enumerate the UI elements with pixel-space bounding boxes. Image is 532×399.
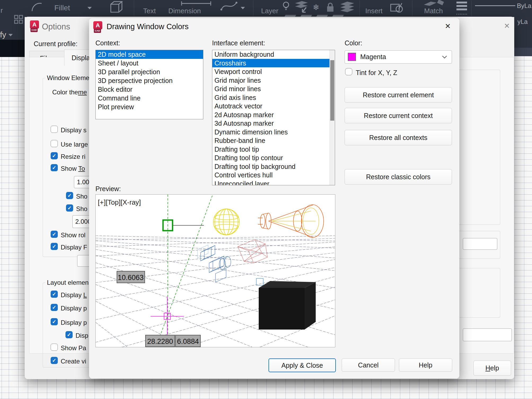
list-item[interactable]: 2D model space [96, 50, 203, 59]
ribbon-divider [359, 1, 360, 16]
panel-label-match[interactable]: Match [424, 7, 443, 15]
list-item[interactable]: Autotrack vector [212, 102, 330, 111]
modify-partial-label[interactable]: fy [0, 30, 6, 39]
checkbox-show-page-setup[interactable] [51, 344, 58, 351]
list-item[interactable]: Dynamic dimension lines [212, 128, 330, 137]
checkbox-display-paper-bg[interactable]: ✓ [51, 318, 58, 325]
list-item[interactable]: Crosshairs [212, 59, 330, 68]
layer-arrow-icon[interactable] [293, 1, 310, 14]
layers-icon[interactable] [339, 1, 356, 14]
ribbon-divider [134, 1, 134, 16]
checkbox-show-shortcut[interactable]: ✓ [66, 192, 73, 199]
preview-label: Preview: [95, 185, 121, 193]
interface-list-items: Uniform background Crosshairs Viewport c… [212, 50, 330, 185]
list-item[interactable]: 3D parallel projection [96, 68, 203, 76]
fillet-arc-icon[interactable] [31, 2, 43, 12]
hamburger-menu-icon[interactable] [456, 2, 468, 12]
list-item[interactable]: Sheet / layout [96, 59, 203, 68]
right-field-2[interactable] [463, 328, 512, 341]
panel-label-layer[interactable]: Layer [261, 7, 278, 15]
help-button[interactable]: Help [399, 358, 452, 372]
right-field-1[interactable] [463, 238, 497, 250]
restore-classic-colors-button[interactable]: Restore classic colors [345, 169, 452, 185]
window-elements-label: Window Eleme [45, 74, 91, 82]
match-properties-icon[interactable] [423, 0, 447, 7]
checkbox-use-large[interactable] [51, 140, 58, 147]
context-listbox[interactable]: 2D model space Sheet / layout 3D paralle… [95, 50, 203, 119]
ribbon-left-section: fy [0, 17, 25, 40]
checkbox-label: Sho [76, 205, 87, 213]
bulb-icon[interactable] [282, 1, 290, 13]
options-help-button[interactable]: Help [473, 361, 511, 376]
checkbox-display-file-tabs[interactable]: ✓ [51, 243, 58, 250]
list-item[interactable]: Block editor [96, 85, 203, 94]
checkbox-label: Display s [61, 126, 86, 134]
panel-label-insert[interactable]: Insert [365, 7, 382, 15]
list-item[interactable]: Grid major lines [212, 76, 330, 85]
list-item[interactable]: Command line [96, 94, 203, 103]
list-item[interactable]: Unreconciled layer [212, 179, 330, 185]
dimension-icon[interactable] [180, 1, 212, 6]
ribbon-dark-strip [0, 40, 25, 57]
lock-icon[interactable] [326, 2, 335, 13]
panel-label-dimension[interactable]: Dimension [168, 7, 201, 15]
spline-icon[interactable] [220, 1, 239, 11]
fillet-dropdown-icon[interactable] [87, 7, 92, 9]
restore-current-element-button[interactable]: Restore current element [345, 87, 452, 103]
box-3d-icon[interactable] [109, 1, 124, 14]
checkbox-label: Show rol [61, 231, 85, 239]
list-item[interactable]: 3D perspective projection [96, 76, 203, 85]
tint-checkbox[interactable] [345, 68, 352, 75]
checkbox-resize-ribbon[interactable]: ✓ [51, 152, 58, 159]
checkbox-label: Show To [61, 165, 85, 172]
interface-element-listbox[interactable]: Uniform background Crosshairs Viewport c… [212, 50, 335, 185]
checkbox-show-extended[interactable]: ✓ [66, 204, 73, 212]
cancel-button[interactable]: Cancel [342, 358, 395, 372]
panel-label-text[interactable]: Text [143, 7, 156, 15]
list-item[interactable]: Drafting tool tip background [212, 162, 330, 171]
preview-viewport: 10.6063 28.2280 6.0884 [+][Top][X-ray] [95, 194, 335, 347]
autocad-application: { "colors": { "selection_blue": "#0078d7… [0, 0, 532, 399]
checkbox-create-viewport[interactable]: ✓ [51, 357, 58, 364]
checkbox-display-layout-tabs[interactable]: ✓ [51, 291, 58, 298]
restore-all-contexts-button[interactable]: Restore all contexts [345, 130, 452, 145]
list-item[interactable]: Grid axis lines [212, 93, 330, 102]
list-item[interactable]: 3d Autosnap marker [212, 119, 330, 128]
list-item[interactable]: Drafting tool tip contour [212, 154, 330, 162]
checkbox-show-tooltips[interactable]: ✓ [51, 164, 58, 171]
modify-dropdown-icon[interactable] [8, 34, 13, 36]
selection-square [256, 278, 263, 285]
list-item[interactable]: Uniform background [212, 50, 330, 59]
options-title: Options [42, 22, 70, 32]
checkbox-show-rollover[interactable]: ✓ [51, 231, 58, 238]
bylayer-dropdown-2[interactable]: yLa [517, 18, 528, 25]
viewport-controls-label: [+][Top][X-ray] [98, 198, 141, 206]
freeze-snowflake-icon[interactable]: ❄ [313, 3, 319, 12]
list-item[interactable]: Viewport control [212, 67, 330, 76]
chevron-down-icon [442, 55, 447, 59]
restore-current-context-button[interactable]: Restore current context [345, 108, 452, 123]
list-item[interactable]: Rubber-band line [212, 136, 330, 145]
edit-attributes-icon[interactable] [390, 1, 403, 13]
checkbox-label: Display p [61, 305, 87, 312]
viewport-grid-icon[interactable] [14, 15, 24, 24]
dialog-close-icon[interactable]: ✕ [445, 23, 451, 30]
list-item[interactable]: Drafting tool tip [212, 145, 330, 154]
options-close-icon[interactable]: ✕ [504, 23, 510, 30]
checkbox-display-paper-shadow[interactable]: ✓ [65, 331, 73, 338]
color-dropdown[interactable]: Magenta [345, 50, 452, 64]
checkbox-label: Display F [61, 244, 87, 251]
list-item[interactable]: Grid minor lines [212, 85, 330, 93]
scrollbar[interactable] [329, 50, 335, 185]
list-item[interactable]: 2d Autosnap marker [212, 111, 330, 119]
bylayer-dropdown[interactable]: ByLa [517, 2, 531, 10]
list-item[interactable]: Plot preview [96, 103, 203, 111]
checkbox-display-scrollbars[interactable] [51, 126, 58, 133]
checkbox-display-printable[interactable]: ✓ [51, 304, 58, 311]
tooltip-x-coordinate: 28.2280 [147, 337, 173, 345]
scrollbar-thumb[interactable] [330, 60, 334, 121]
list-item[interactable]: Control vertices hull [212, 171, 330, 179]
fillet-button[interactable]: Fillet [54, 4, 70, 12]
spline-dropdown-icon[interactable] [241, 7, 245, 9]
apply-close-button[interactable]: Apply & Close [269, 358, 336, 372]
